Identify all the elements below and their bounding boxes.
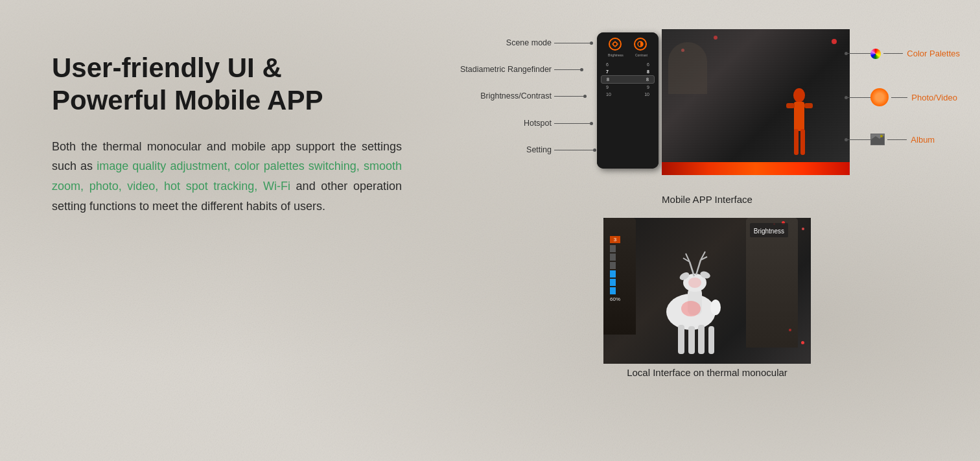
svg-point-6 — [793, 88, 805, 102]
bar-filled-3 — [610, 287, 616, 294]
page-container: User-friendly UI & Powerful Mobile APP B… — [0, 0, 980, 461]
app-interface-caption: Mobile APP Interface — [662, 194, 752, 205]
thermal-bottom-container: Brightness 3 60% — [454, 218, 961, 378]
bar-empty-3 — [610, 262, 616, 269]
percent-label: 60% — [610, 296, 620, 302]
stadiametric-line — [554, 69, 580, 70]
album-line — [848, 139, 870, 140]
red-heat-bar — [662, 162, 850, 175]
album-label: Album — [911, 135, 935, 145]
hotspot-line — [554, 123, 590, 124]
right-section: Scene mode Stadiametric Rangefinder Brig… — [441, 0, 980, 461]
color-wheel-icon — [870, 49, 881, 59]
hotspot-annotation: Hotspot — [454, 110, 596, 137]
svg-rect-27 — [688, 326, 695, 354]
svg-point-32 — [688, 278, 701, 288]
scene-mode-dot — [590, 41, 593, 45]
tree-shape-1 — [668, 42, 707, 94]
title-line2: Powerful Mobile APP — [52, 85, 323, 115]
svg-point-31 — [681, 301, 701, 316]
svg-rect-9 — [804, 103, 813, 108]
thermal-bottom-image: Brightness 3 60% — [603, 218, 811, 364]
brightness-bar-area: 3 60% — [610, 236, 620, 302]
album-line2 — [887, 139, 907, 140]
svg-point-0 — [613, 42, 617, 46]
svg-line-20 — [696, 260, 701, 275]
photo-video-label: Photo/Video — [911, 93, 957, 102]
local-interface-caption: Local Interface on thermal monocular — [627, 367, 788, 378]
phone-mockup: Brightness Contrast 6 6 7 8 — [597, 32, 659, 169]
heat-spot-3 — [714, 36, 718, 40]
bar-empty-2 — [610, 254, 616, 261]
right-annotations: Color Palettes Photo/Video — [845, 32, 960, 159]
setting-annotation: Setting — [454, 137, 596, 163]
left-section: User-friendly UI & Powerful Mobile APP B… — [0, 0, 441, 461]
heat-spot-1 — [832, 39, 837, 44]
hotspot-dot — [590, 122, 593, 125]
thermal-human-figure — [785, 88, 814, 159]
bar-empty-1 — [610, 245, 616, 252]
svg-point-14 — [880, 135, 883, 137]
scene-mode-label: Scene mode — [454, 38, 552, 47]
stadiametric-annotation: Stadiametric Rangefinder — [454, 56, 596, 82]
row-6: 6 6 — [601, 61, 655, 68]
tree-right — [746, 218, 798, 348]
svg-rect-26 — [678, 325, 684, 354]
phone-top-icons — [597, 32, 659, 53]
svg-rect-29 — [708, 326, 714, 354]
brightness-label: Brightness/Contrast — [454, 91, 552, 100]
app-interface-container: Scene mode Stadiametric Rangefinder Brig… — [454, 19, 961, 205]
setting-dot — [593, 148, 596, 152]
brightness-annotation: Brightness/Contrast — [454, 82, 596, 110]
phone-labels: Brightness Contrast — [597, 53, 659, 57]
phone-numbers: 6 6 7 8 8 8 9 — [597, 60, 659, 99]
brightness-box: Brightness — [750, 223, 788, 237]
color-palettes-line — [848, 53, 870, 54]
diagram-top: Scene mode Stadiametric Rangefinder Brig… — [454, 19, 960, 191]
photo-video-icon — [870, 88, 889, 106]
row-10: 10 10 — [601, 91, 655, 98]
photo-video-line — [848, 97, 870, 98]
left-annotations: Scene mode Stadiametric Rangefinder Brig… — [454, 29, 596, 163]
heat-dot-5 — [789, 329, 791, 331]
brightness-bars — [610, 245, 620, 294]
brightness-line — [554, 96, 583, 97]
svg-rect-8 — [786, 103, 795, 108]
scene-mode-annotation: Scene mode — [454, 29, 596, 56]
svg-rect-10 — [794, 129, 799, 155]
phone-screen: Brightness Contrast 6 6 7 8 — [597, 32, 659, 169]
scene-mode-line — [554, 43, 590, 43]
heat-dot-2 — [802, 228, 804, 230]
stadiametric-dot — [580, 68, 583, 71]
row-7: 7 8 — [601, 68, 655, 75]
description: Both the thermal monocular and mobile ap… — [52, 137, 402, 216]
album-annotation: Album — [845, 120, 960, 159]
contrast-icon — [634, 38, 647, 51]
brightness-dot — [583, 95, 587, 98]
brightness-label: Brightness — [754, 228, 784, 235]
svg-rect-7 — [794, 102, 804, 131]
color-palettes-annotation: Color Palettes — [845, 32, 960, 75]
svg-rect-11 — [800, 129, 805, 155]
thermal-image-top — [662, 29, 850, 175]
brightness-icon — [609, 38, 622, 51]
heat-dot-4 — [801, 341, 804, 344]
stadiametric-label: Stadiametric Rangefinder — [454, 65, 552, 74]
deer-figure — [639, 237, 743, 357]
row-9: 9 9 — [601, 84, 655, 91]
photo-video-annotation: Photo/Video — [845, 75, 960, 120]
album-icon — [870, 134, 885, 145]
svg-rect-28 — [698, 325, 705, 354]
photo-video-line2 — [891, 97, 907, 98]
brightness-number: 3 — [610, 236, 620, 243]
svg-point-30 — [710, 300, 721, 315]
page-title: User-friendly UI & Powerful Mobile APP — [52, 52, 402, 117]
color-palettes-line2 — [883, 53, 903, 54]
title-line1: User-friendly UI & — [52, 53, 282, 83]
bar-filled-2 — [610, 279, 616, 286]
hotspot-label: Hotspot — [454, 119, 552, 128]
setting-line — [554, 150, 593, 150]
row-8-selected: 8 8 — [601, 75, 655, 84]
bar-filled-1 — [610, 270, 616, 278]
setting-label: Setting — [454, 145, 552, 154]
